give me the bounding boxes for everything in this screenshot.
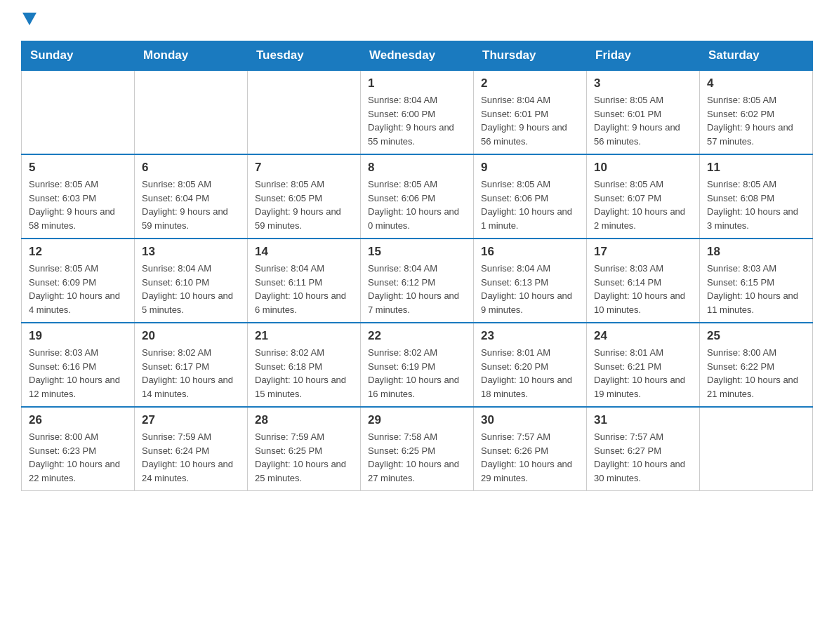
- day-info: Sunrise: 8:01 AMSunset: 6:20 PMDaylight:…: [481, 346, 579, 401]
- calendar-day-cell: 30Sunrise: 7:57 AMSunset: 6:26 PMDayligh…: [474, 407, 587, 491]
- day-number: 8: [368, 161, 466, 175]
- day-info: Sunrise: 8:03 AMSunset: 6:14 PMDaylight:…: [594, 262, 692, 316]
- calendar-day-cell: 9Sunrise: 8:05 AMSunset: 6:06 PMDaylight…: [474, 154, 587, 239]
- calendar-day-cell: 7Sunrise: 8:05 AMSunset: 6:05 PMDaylight…: [248, 154, 361, 239]
- day-info: Sunrise: 8:05 AMSunset: 6:08 PMDaylight:…: [707, 177, 805, 232]
- calendar-day-cell: 20Sunrise: 8:02 AMSunset: 6:17 PMDayligh…: [135, 323, 248, 407]
- calendar-day-cell: 22Sunrise: 8:02 AMSunset: 6:19 PMDayligh…: [361, 323, 474, 407]
- day-info: Sunrise: 8:04 AMSunset: 6:13 PMDaylight:…: [481, 262, 579, 316]
- calendar-day-cell: 29Sunrise: 7:58 AMSunset: 6:25 PMDayligh…: [361, 407, 474, 491]
- day-info: Sunrise: 8:04 AMSunset: 6:01 PMDaylight:…: [481, 93, 579, 148]
- day-info: Sunrise: 7:57 AMSunset: 6:26 PMDaylight:…: [481, 430, 579, 485]
- day-number: 29: [368, 413, 466, 427]
- calendar-day-cell: [700, 407, 813, 491]
- day-info: Sunrise: 8:00 AMSunset: 6:23 PMDaylight:…: [29, 430, 127, 485]
- day-number: 20: [142, 329, 240, 343]
- day-number: 26: [29, 413, 127, 427]
- day-number: 3: [594, 76, 692, 90]
- day-number: 11: [707, 161, 805, 175]
- calendar-day-cell: 11Sunrise: 8:05 AMSunset: 6:08 PMDayligh…: [700, 154, 813, 239]
- day-number: 31: [594, 413, 692, 427]
- day-number: 25: [707, 329, 805, 343]
- day-number: 23: [481, 329, 579, 343]
- calendar-day-cell: 8Sunrise: 8:05 AMSunset: 6:06 PMDaylight…: [361, 154, 474, 239]
- day-number: 17: [594, 245, 692, 259]
- calendar-day-cell: 25Sunrise: 8:00 AMSunset: 6:22 PMDayligh…: [700, 323, 813, 407]
- page-header: [21, 14, 813, 27]
- calendar-day-cell: 3Sunrise: 8:05 AMSunset: 6:01 PMDaylight…: [587, 70, 700, 154]
- day-info: Sunrise: 8:05 AMSunset: 6:05 PMDaylight:…: [255, 177, 353, 232]
- logo: [21, 14, 38, 27]
- day-info: Sunrise: 8:02 AMSunset: 6:18 PMDaylight:…: [255, 346, 353, 401]
- day-info: Sunrise: 8:00 AMSunset: 6:22 PMDaylight:…: [707, 346, 805, 401]
- calendar-day-cell: 28Sunrise: 7:59 AMSunset: 6:25 PMDayligh…: [248, 407, 361, 491]
- day-number: 15: [368, 245, 466, 259]
- day-info: Sunrise: 7:59 AMSunset: 6:24 PMDaylight:…: [142, 430, 240, 485]
- day-info: Sunrise: 8:03 AMSunset: 6:15 PMDaylight:…: [707, 262, 805, 316]
- day-info: Sunrise: 7:58 AMSunset: 6:25 PMDaylight:…: [368, 430, 466, 485]
- day-number: 24: [594, 329, 692, 343]
- calendar-day-cell: 16Sunrise: 8:04 AMSunset: 6:13 PMDayligh…: [474, 239, 587, 323]
- weekday-header-sunday: Sunday: [22, 41, 135, 71]
- logo-triangle-icon: [22, 13, 37, 25]
- day-info: Sunrise: 7:59 AMSunset: 6:25 PMDaylight:…: [255, 430, 353, 485]
- day-number: 12: [29, 245, 127, 259]
- day-info: Sunrise: 8:04 AMSunset: 6:10 PMDaylight:…: [142, 262, 240, 316]
- calendar-day-cell: 24Sunrise: 8:01 AMSunset: 6:21 PMDayligh…: [587, 323, 700, 407]
- day-info: Sunrise: 8:03 AMSunset: 6:16 PMDaylight:…: [29, 346, 127, 401]
- day-info: Sunrise: 8:05 AMSunset: 6:06 PMDaylight:…: [368, 177, 466, 232]
- weekday-header-wednesday: Wednesday: [361, 41, 474, 71]
- day-number: 4: [707, 76, 805, 90]
- weekday-header-friday: Friday: [587, 41, 700, 71]
- day-number: 2: [481, 76, 579, 90]
- calendar-header-row: SundayMondayTuesdayWednesdayThursdayFrid…: [22, 41, 813, 71]
- calendar-day-cell: 17Sunrise: 8:03 AMSunset: 6:14 PMDayligh…: [587, 239, 700, 323]
- calendar-day-cell: 21Sunrise: 8:02 AMSunset: 6:18 PMDayligh…: [248, 323, 361, 407]
- day-number: 18: [707, 245, 805, 259]
- day-info: Sunrise: 8:05 AMSunset: 6:01 PMDaylight:…: [594, 93, 692, 148]
- day-number: 13: [142, 245, 240, 259]
- calendar-day-cell: 6Sunrise: 8:05 AMSunset: 6:04 PMDaylight…: [135, 154, 248, 239]
- day-number: 14: [255, 245, 353, 259]
- day-info: Sunrise: 8:05 AMSunset: 6:06 PMDaylight:…: [481, 177, 579, 232]
- calendar-day-cell: 15Sunrise: 8:04 AMSunset: 6:12 PMDayligh…: [361, 239, 474, 323]
- calendar-week-row: 19Sunrise: 8:03 AMSunset: 6:16 PMDayligh…: [22, 323, 813, 407]
- calendar-day-cell: 23Sunrise: 8:01 AMSunset: 6:20 PMDayligh…: [474, 323, 587, 407]
- calendar-day-cell: [22, 70, 135, 154]
- day-number: 9: [481, 161, 579, 175]
- day-number: 28: [255, 413, 353, 427]
- calendar-week-row: 1Sunrise: 8:04 AMSunset: 6:00 PMDaylight…: [22, 70, 813, 154]
- calendar-day-cell: 1Sunrise: 8:04 AMSunset: 6:00 PMDaylight…: [361, 70, 474, 154]
- calendar-day-cell: 12Sunrise: 8:05 AMSunset: 6:09 PMDayligh…: [22, 239, 135, 323]
- day-number: 30: [481, 413, 579, 427]
- weekday-header-saturday: Saturday: [700, 41, 813, 71]
- weekday-header-tuesday: Tuesday: [248, 41, 361, 71]
- calendar-day-cell: 2Sunrise: 8:04 AMSunset: 6:01 PMDaylight…: [474, 70, 587, 154]
- calendar-week-row: 12Sunrise: 8:05 AMSunset: 6:09 PMDayligh…: [22, 239, 813, 323]
- calendar-table: SundayMondayTuesdayWednesdayThursdayFrid…: [21, 41, 813, 491]
- calendar-day-cell: 19Sunrise: 8:03 AMSunset: 6:16 PMDayligh…: [22, 323, 135, 407]
- calendar-day-cell: 4Sunrise: 8:05 AMSunset: 6:02 PMDaylight…: [700, 70, 813, 154]
- calendar-day-cell: [248, 70, 361, 154]
- day-number: 7: [255, 161, 353, 175]
- calendar-day-cell: 18Sunrise: 8:03 AMSunset: 6:15 PMDayligh…: [700, 239, 813, 323]
- day-number: 16: [481, 245, 579, 259]
- day-info: Sunrise: 7:57 AMSunset: 6:27 PMDaylight:…: [594, 430, 692, 485]
- day-number: 5: [29, 161, 127, 175]
- calendar-week-row: 26Sunrise: 8:00 AMSunset: 6:23 PMDayligh…: [22, 407, 813, 491]
- day-number: 6: [142, 161, 240, 175]
- calendar-day-cell: [135, 70, 248, 154]
- day-number: 27: [142, 413, 240, 427]
- calendar-day-cell: 5Sunrise: 8:05 AMSunset: 6:03 PMDaylight…: [22, 154, 135, 239]
- day-number: 10: [594, 161, 692, 175]
- day-info: Sunrise: 8:05 AMSunset: 6:09 PMDaylight:…: [29, 262, 127, 316]
- day-info: Sunrise: 8:02 AMSunset: 6:19 PMDaylight:…: [368, 346, 466, 401]
- day-info: Sunrise: 8:04 AMSunset: 6:12 PMDaylight:…: [368, 262, 466, 316]
- day-info: Sunrise: 8:04 AMSunset: 6:11 PMDaylight:…: [255, 262, 353, 316]
- day-info: Sunrise: 8:05 AMSunset: 6:02 PMDaylight:…: [707, 93, 805, 148]
- weekday-header-thursday: Thursday: [474, 41, 587, 71]
- day-info: Sunrise: 8:04 AMSunset: 6:00 PMDaylight:…: [368, 93, 466, 148]
- day-info: Sunrise: 8:05 AMSunset: 6:04 PMDaylight:…: [142, 177, 240, 232]
- calendar-day-cell: 14Sunrise: 8:04 AMSunset: 6:11 PMDayligh…: [248, 239, 361, 323]
- calendar-day-cell: 31Sunrise: 7:57 AMSunset: 6:27 PMDayligh…: [587, 407, 700, 491]
